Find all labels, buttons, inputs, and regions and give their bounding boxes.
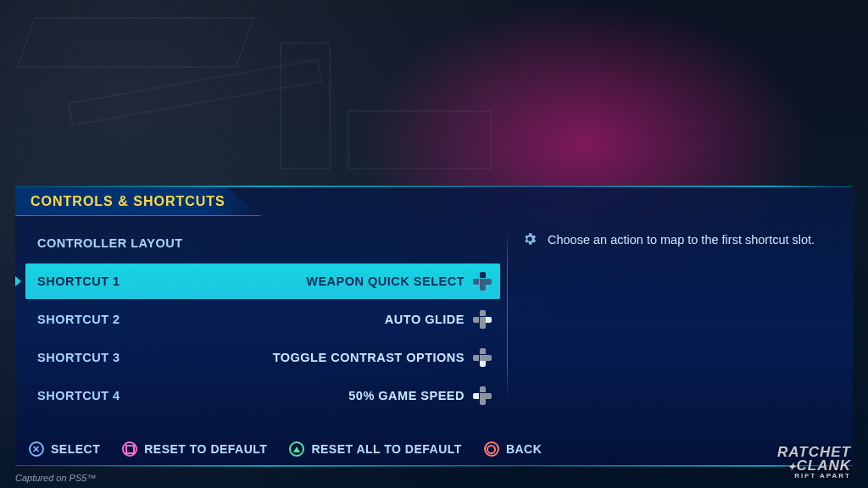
settings-row-label: SHORTCUT 3	[37, 351, 120, 364]
gear-icon	[522, 231, 537, 247]
settings-row-value: AUTO GLIDE	[385, 310, 492, 329]
background-decor	[348, 110, 492, 169]
settings-row-0[interactable]: CONTROLLER LAYOUT	[25, 225, 500, 261]
hint-reset-label: RESET TO DEFAULT	[144, 442, 267, 456]
dpad-down-icon	[473, 348, 492, 367]
hint-reset: RESET TO DEFAULT	[122, 441, 267, 457]
game-logo: RATCHET ✦CLANK RIFT APART	[777, 446, 851, 480]
hint-back-label: BACK	[506, 442, 542, 456]
settings-row-4[interactable]: SHORTCUT 450% GAME SPEED	[25, 378, 500, 413]
settings-row-2[interactable]: SHORTCUT 2AUTO GLIDE	[25, 302, 500, 337]
dpad-left-icon	[473, 386, 492, 405]
circle-button-icon	[484, 441, 499, 457]
game-settings-screen: CONTROLS & SHORTCUTS CONTROLLER LAYOUTSH…	[0, 0, 868, 488]
settings-row-3[interactable]: SHORTCUT 3TOGGLE CONTRAST OPTIONS	[25, 340, 500, 375]
background-decor	[280, 42, 331, 169]
button-hints: SELECT RESET TO DEFAULT RESET ALL TO DEF…	[15, 433, 853, 465]
settings-row-value: WEAPON QUICK SELECT	[306, 272, 492, 291]
settings-row-label: CONTROLLER LAYOUT	[37, 236, 183, 250]
settings-row-value: 50% GAME SPEED	[348, 386, 492, 405]
dpad-up-icon	[473, 272, 492, 291]
hint-reset-all: RESET ALL TO DEFAULT	[289, 441, 462, 457]
cross-button-icon	[29, 441, 44, 457]
hint-reset-all-label: RESET ALL TO DEFAULT	[311, 442, 462, 456]
settings-row-1[interactable]: SHORTCUT 1WEAPON QUICK SELECT	[25, 263, 500, 299]
panel-titlebar: CONTROLS & SHORTCUTS	[15, 187, 853, 216]
description-pane: Choose an action to map to the first sho…	[507, 216, 853, 433]
hint-select-label: SELECT	[51, 442, 100, 456]
background-decor	[16, 17, 255, 68]
hint-back: BACK	[484, 441, 542, 457]
settings-row-label: SHORTCUT 4	[37, 389, 120, 402]
settings-row-label: SHORTCUT 1	[37, 274, 120, 288]
settings-row-label: SHORTCUT 2	[37, 313, 120, 326]
square-button-icon	[122, 441, 137, 457]
settings-panel: CONTROLS & SHORTCUTS CONTROLLER LAYOUTSH…	[15, 186, 853, 466]
settings-list: CONTROLLER LAYOUTSHORTCUT 1WEAPON QUICK …	[15, 216, 507, 433]
vertical-divider	[507, 230, 508, 399]
capture-note: Captured on PS5™	[15, 473, 96, 483]
triangle-button-icon	[289, 441, 304, 457]
logo-line3: RIFT APART	[777, 473, 851, 480]
hint-select: SELECT	[29, 441, 100, 457]
panel-title: CONTROLS & SHORTCUTS	[31, 194, 225, 209]
description-text: Choose an action to map to the first sho…	[548, 231, 815, 248]
dpad-right-icon	[473, 310, 492, 329]
settings-row-value: TOGGLE CONTRAST OPTIONS	[273, 348, 492, 367]
